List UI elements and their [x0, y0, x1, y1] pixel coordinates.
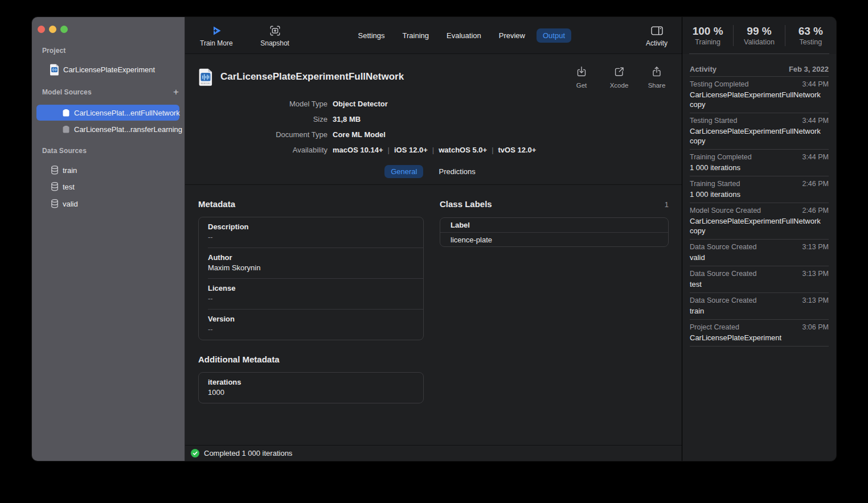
model-sources-section-label: Model Sources: [42, 88, 92, 96]
sidebar-item-test[interactable]: test: [51, 180, 75, 193]
model-header: MLMODEL CarLicensePlateExperimentFullNet…: [198, 65, 668, 88]
minimize-window-button[interactable]: [49, 26, 56, 33]
detail-value: Object Detector: [333, 100, 388, 108]
tab-preview[interactable]: Preview: [493, 28, 531, 43]
get-label: Get: [576, 82, 587, 89]
xcode-button[interactable]: Xcode: [608, 65, 630, 89]
event-time: 3:13 PM: [802, 296, 829, 305]
field-label: iterations: [208, 377, 414, 387]
metadata-row-iterations: iterations 1000: [199, 373, 423, 403]
close-window-button[interactable]: [38, 26, 45, 33]
detail-label: Model Type: [198, 100, 327, 108]
model-title: CarLicensePlateExperimentFullNetwork: [220, 71, 404, 83]
availability-macos: macOS 10.14+: [333, 146, 383, 154]
sidebar-item-project[interactable]: CarLicensePlateExperiment: [50, 63, 155, 76]
activity-event: Model Source Created 2:46 PM CarLicenseP…: [690, 203, 829, 240]
general-predictions-tabs: General Predictions: [198, 163, 668, 179]
share-icon: [650, 65, 663, 81]
toolbar: Train More Snapsho: [185, 17, 682, 54]
activity-event: Data Source Created 3:13 PM train: [690, 293, 829, 320]
detail-size: Size 31,8 MB: [198, 112, 668, 127]
status-message: Completed 1 000 iterations: [204, 449, 292, 457]
field-value: --: [208, 294, 414, 304]
window-controls: [38, 26, 68, 33]
view-tabs: Settings Training Evaluation Preview Out…: [352, 28, 571, 43]
data-sources-section-label: Data Sources: [42, 147, 87, 155]
activity-event: Training Completed 3:44 PM 1 000 iterati…: [690, 150, 829, 176]
availability-tvos: tvOS 12.0+: [498, 146, 537, 154]
activity-event: Data Source Created 3:13 PM test: [690, 266, 829, 293]
database-icon: [51, 182, 59, 191]
snapshot-icon: [269, 24, 281, 38]
separator: |: [388, 146, 390, 154]
class-labels-title: Class Labels: [440, 199, 492, 210]
tab-training[interactable]: Training: [396, 28, 435, 43]
metadata-row-license: License --: [208, 278, 423, 309]
event-title: Data Source Created: [690, 269, 756, 278]
tab-output[interactable]: Output: [537, 28, 571, 43]
stat-value: 100 %: [693, 25, 723, 38]
sidebar: Project: [32, 17, 185, 461]
snapshot-button[interactable]: Snapshot: [259, 24, 291, 47]
train-more-label: Train More: [200, 39, 233, 47]
event-time: 3:13 PM: [802, 269, 829, 278]
field-label: License: [208, 283, 414, 293]
main-column: Train More Snapsho: [185, 17, 682, 461]
activity-toggle-button[interactable]: Activity: [641, 24, 673, 47]
availability-watchos: watchOS 5.0+: [439, 146, 487, 154]
sidebar-item-model-transferlearning[interactable]: CarLicensePlat...ransferLearning: [36, 121, 179, 137]
class-labels-heading: Class Labels 1: [440, 199, 669, 211]
event-detail: CarLicensePlateExperimentFullNetwork cop…: [690, 90, 829, 109]
success-check-icon: [191, 449, 199, 457]
sidebar-item-model-fullnetwork[interactable]: CarLicensePlat...entFullNetwork: [36, 105, 179, 121]
mlmodel-file-icon: MLMODEL: [198, 68, 213, 86]
stat-value: 63 %: [799, 25, 823, 38]
stat-label: Training: [695, 38, 720, 46]
event-title: Model Source Created: [690, 206, 761, 215]
activity-panel: 100 % Training 99 % Validation 63 % Test…: [682, 17, 836, 461]
dataset-accuracy-stats: 100 % Training 99 % Validation 63 % Test…: [682, 17, 836, 54]
event-time: 3:13 PM: [802, 242, 829, 252]
share-button[interactable]: Share: [645, 65, 668, 89]
sidebar-item-label: CarLicensePlat...entFullNetwork: [74, 109, 180, 117]
tab-settings[interactable]: Settings: [352, 28, 391, 43]
event-detail: 1 000 iterations: [690, 189, 829, 199]
column-header-label: Label: [440, 218, 668, 232]
sidebar-item-label: train: [63, 166, 77, 175]
table-row[interactable]: licence-plate: [440, 232, 668, 246]
field-value: --: [208, 324, 414, 335]
field-value: --: [208, 232, 414, 242]
separator: |: [432, 146, 434, 154]
detail-label: Document Type: [198, 130, 327, 139]
tab-predictions[interactable]: Predictions: [432, 165, 481, 178]
activity-event: Project Created 3:06 PM CarLicensePlateE…: [690, 320, 829, 347]
activity-label: Activity: [646, 39, 668, 47]
open-external-icon: [613, 65, 625, 81]
event-detail: train: [690, 306, 829, 316]
class-labels-table: Label licence-plate: [440, 217, 669, 247]
train-more-button[interactable]: Train More: [200, 24, 233, 47]
detail-document-type: Document Type Core ML Model: [198, 127, 668, 142]
sidebar-item-train[interactable]: train: [51, 164, 77, 176]
event-title: Training Completed: [690, 152, 752, 162]
get-button[interactable]: Get: [570, 65, 593, 89]
event-title: Data Source Created: [690, 296, 756, 305]
separator: |: [492, 146, 493, 154]
metadata-heading: Metadata: [198, 199, 424, 210]
tab-general[interactable]: General: [384, 165, 423, 178]
tab-evaluation[interactable]: Evaluation: [440, 28, 488, 43]
database-icon: [51, 199, 59, 208]
detail-availability: Availability macOS 10.14+ | iOS 12.0+ | …: [198, 142, 668, 158]
output-general-content: MLMODEL CarLicensePlateExperimentFullNet…: [185, 54, 682, 445]
metadata-card: Description -- Author Maxim Skorynin Lic…: [198, 217, 424, 340]
zoom-window-button[interactable]: [60, 26, 68, 33]
metadata-row-author: Author Maxim Skorynin: [208, 248, 423, 278]
add-model-source-button[interactable]: +: [173, 88, 179, 96]
field-value: Maxim Skorynin: [208, 263, 414, 273]
activity-event: Data Source Created 3:13 PM valid: [690, 240, 829, 266]
status-bar: Completed 1 000 iterations: [185, 445, 682, 461]
sidebar-item-valid[interactable]: valid: [51, 197, 78, 210]
desktop: Project: [0, 0, 868, 503]
activity-date: Feb 3, 2022: [789, 65, 829, 73]
sidebar-item-label: test: [63, 183, 75, 191]
